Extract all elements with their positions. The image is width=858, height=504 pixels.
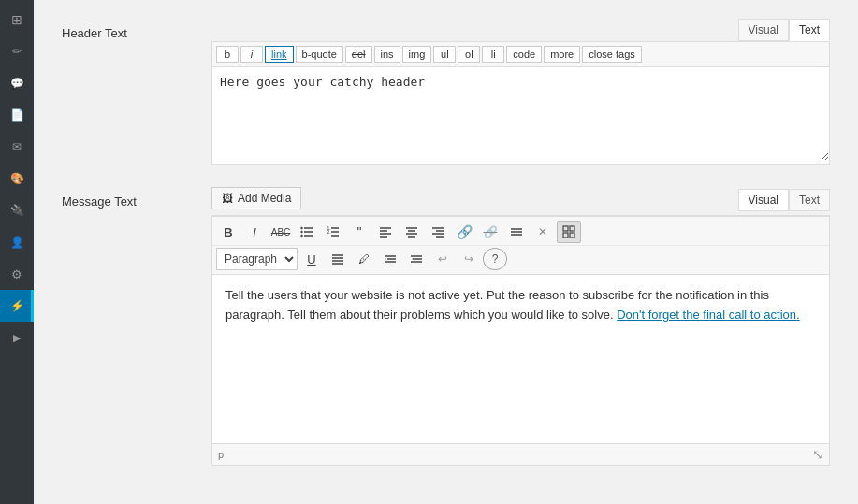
message-format-select[interactable]: Paragraph <box>216 248 298 270</box>
pin-icon[interactable]: ✏ <box>0 36 34 67</box>
svg-point-3 <box>300 227 302 229</box>
header-toolbar: b i link b-quote del ins img ul ol li co… <box>212 42 829 67</box>
message-remove-format-btn[interactable]: ✕ <box>531 221 555 243</box>
svg-rect-28 <box>563 233 568 238</box>
message-help-btn[interactable]: ? <box>483 248 507 270</box>
message-field-row: Message Text 🖼 Add Media Visual Text B I… <box>62 187 830 466</box>
header-ol-btn[interactable]: ol <box>458 46 480 63</box>
header-field-content: Visual Text b i link b-quote del ins img… <box>211 19 830 165</box>
svg-text:2.: 2. <box>327 229 331 235</box>
message-bold-btn[interactable]: B <box>216 221 240 243</box>
header-bold-btn[interactable]: b <box>216 46 239 63</box>
message-ul-btn[interactable] <box>295 221 319 243</box>
svg-rect-26 <box>563 226 568 231</box>
appearance-icon[interactable]: 🎨 <box>0 163 34 194</box>
header-ul-btn[interactable]: ul <box>433 46 456 63</box>
header-img-btn[interactable]: img <box>402 46 432 63</box>
header-del-btn[interactable]: del <box>345 46 372 63</box>
message-cta-link[interactable]: Don't forget the final call to action. <box>617 308 799 322</box>
message-strikethrough-btn[interactable]: ABC <box>269 221 293 243</box>
header-link-btn[interactable]: link <box>265 46 294 63</box>
header-field-row: Header Text Visual Text b i link b-quote… <box>62 19 830 165</box>
dashboard-icon[interactable]: ⊞ <box>0 4 34 36</box>
message-editor-tabs: Visual Text <box>738 189 830 211</box>
message-justify-btn[interactable] <box>326 248 350 270</box>
bubble-icon[interactable]: 💬 <box>0 67 34 99</box>
sidebar: ⊞ ✏ 💬 📄 ✉ 🎨 🔌 👤 ⚙ ⚡ ▶ <box>0 0 34 504</box>
header-code-btn[interactable]: code <box>506 46 542 63</box>
message-insert-btn[interactable] <box>504 221 529 243</box>
message-content-area[interactable]: Tell the users that your website is not … <box>212 275 829 443</box>
message-outdent-btn[interactable] <box>404 248 429 270</box>
header-italic-btn[interactable]: i <box>240 46 263 63</box>
message-highlight-btn[interactable]: 🖊 <box>352 248 376 270</box>
message-grid-btn[interactable] <box>557 221 581 243</box>
message-align-right-btn[interactable] <box>426 221 450 243</box>
message-align-left-btn[interactable] <box>373 221 398 243</box>
message-link-btn[interactable]: 🔗 <box>452 221 476 243</box>
message-toolbar-row1: B I ABC 1.2. " <box>212 216 829 246</box>
message-redo-btn[interactable]: ↪ <box>457 248 481 270</box>
header-textarea[interactable]: Here goes your catchy header <box>212 67 829 161</box>
message-italic-btn[interactable]: I <box>242 221 267 243</box>
message-editor-wrap: B I ABC 1.2. " <box>211 215 830 466</box>
header-visual-tab[interactable]: Visual <box>738 19 789 41</box>
svg-rect-27 <box>570 226 574 231</box>
add-media-button[interactable]: 🖼 Add Media <box>211 187 301 209</box>
header-bquote-btn[interactable]: b-quote <box>296 46 343 63</box>
message-align-center-btn[interactable] <box>400 221 424 243</box>
message-visual-tab[interactable]: Visual <box>738 189 789 211</box>
message-text-tab[interactable]: Text <box>789 189 830 211</box>
message-underline-btn[interactable]: U <box>299 248 324 270</box>
plugin-icon[interactable]: 🔌 <box>0 194 34 226</box>
message-blockquote-btn[interactable]: " <box>347 221 371 243</box>
main-content: Header Text Visual Text b i link b-quote… <box>34 0 858 504</box>
message-toolbar-row2: Paragraph U 🖊 ↩ ↪ ? <box>212 246 829 275</box>
svg-marker-37 <box>385 258 386 260</box>
user-icon[interactable]: 👤 <box>0 226 34 258</box>
message-paragraph: Tell the users that your website is not … <box>225 286 816 325</box>
header-more-btn[interactable]: more <box>544 46 580 63</box>
active-plugin-icon[interactable]: ⚡ <box>0 290 34 322</box>
header-text-tab[interactable]: Text <box>789 19 830 41</box>
header-ins-btn[interactable]: ins <box>374 46 400 63</box>
play-icon[interactable]: ▶ <box>0 322 34 353</box>
message-editor-footer: p ⤡ <box>212 443 829 465</box>
svg-point-5 <box>300 235 302 237</box>
comment-icon[interactable]: ✉ <box>0 131 34 163</box>
svg-point-4 <box>300 231 302 233</box>
message-ol-btn[interactable]: 1.2. <box>321 221 345 243</box>
svg-rect-29 <box>570 233 574 238</box>
header-editor-tabs: Visual Text <box>211 19 830 41</box>
header-field-label: Header Text <box>62 19 211 40</box>
message-field-content: 🖼 Add Media Visual Text B I ABC <box>211 187 830 466</box>
page-icon[interactable]: 📄 <box>0 99 34 131</box>
header-editor-wrap: b i link b-quote del ins img ul ol li co… <box>211 41 830 165</box>
svg-marker-41 <box>412 258 414 260</box>
message-resize-handle[interactable]: ⤡ <box>812 447 823 462</box>
message-unlink-btn[interactable]: 🔗 <box>478 221 502 243</box>
add-media-icon: 🖼 <box>222 192 233 205</box>
add-media-label: Add Media <box>238 192 291 205</box>
message-tag-indicator: p <box>218 449 224 460</box>
message-field-label: Message Text <box>62 187 211 209</box>
message-undo-btn[interactable]: ↩ <box>430 248 455 270</box>
header-li-btn[interactable]: li <box>482 46 504 63</box>
header-close-tags-btn[interactable]: close tags <box>582 46 642 63</box>
message-indent-btn[interactable] <box>378 248 402 270</box>
settings-icon[interactable]: ⚙ <box>0 258 34 290</box>
